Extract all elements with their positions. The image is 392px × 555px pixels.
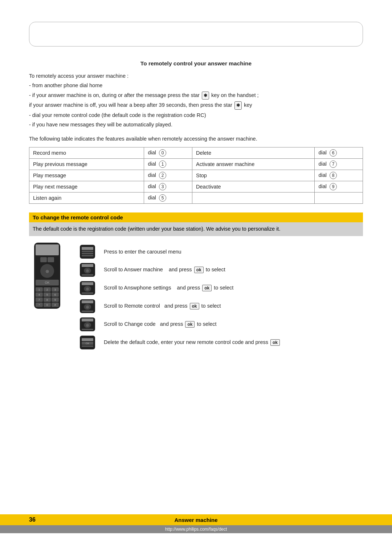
intro-line-5: if your answer machine is off, you will … — [29, 101, 363, 109]
phone-btn-right — [48, 257, 54, 262]
phone-key-3: 3 — [52, 287, 59, 292]
dial-features-table: Record memo dial 0 Delete dial 6 Play pr… — [29, 147, 363, 204]
remote-access-intro: To remotely access your answer machine :… — [29, 72, 363, 129]
intro-line-1: To remotely access your answer machine : — [29, 72, 363, 80]
step-4: ◎ Scroll to Remote control and press ok … — [71, 297, 363, 315]
step-4-icon: ◎ — [71, 299, 104, 313]
step-5-icon: ◎ — [71, 317, 104, 331]
phone-nav-circle: ◎ — [40, 264, 54, 278]
step-5-text: Scroll to Change code and press ok to se… — [104, 321, 363, 328]
star-key-icon: ✱ — [202, 92, 209, 100]
phone-key-6: 6 — [52, 292, 59, 297]
step-2-icon: ◎ — [71, 263, 104, 277]
phone-key-7: 7 — [36, 297, 43, 302]
intro-line-2: - from another phone dial home — [29, 81, 363, 89]
step-3-icon: ◎ — [71, 281, 104, 295]
step-3-text: Scroll to Answphone settings and press o… — [104, 285, 363, 291]
feature-play-msg: Play message — [29, 170, 144, 181]
star-key-icon-2: ✱ — [234, 101, 242, 110]
step-5: ◎ Scroll to Change code and press ok to … — [71, 315, 363, 333]
feature-empty — [192, 193, 315, 204]
step-6-text: Delete the default code, enter your new … — [104, 339, 363, 346]
dial-circle-3: 3 — [159, 183, 166, 190]
step-2: ◎ Scroll to Answer machine and press ok … — [71, 261, 363, 279]
step-1: Press to enter the carousel menu — [71, 243, 363, 261]
dial-circle-6: 6 — [330, 149, 337, 157]
dial-deactivate: dial 9 — [315, 181, 363, 193]
phone-key-9: 9 — [52, 297, 59, 302]
phone-screen — [36, 244, 59, 255]
dial-play-msg: dial 2 — [144, 170, 192, 181]
carousel-menu-icon — [80, 245, 95, 259]
change-code-title: To change the remote control code — [29, 212, 363, 222]
dial-activate: dial 7 — [315, 159, 363, 170]
phone-key-2: 2 — [44, 287, 51, 292]
phone-ok-button: OK — [36, 280, 59, 285]
footer-url-text: http://www.philips.com/faqs/dect — [165, 527, 227, 532]
footer-section-title: Answer machine — [51, 517, 341, 523]
dial-empty — [315, 193, 363, 204]
footer-main-bar: 36 Answer machine — [0, 514, 392, 525]
steps-list: Press to enter the carousel menu ◎ Scrol — [71, 243, 363, 352]
step-3: ◎ Scroll to Answphone settings and press… — [71, 279, 363, 297]
step-1-icon — [71, 245, 104, 259]
dial-listen-again: dial 5 — [144, 193, 192, 204]
feature-listen-again: Listen again — [29, 193, 144, 204]
step-2-text: Scroll to Answer machine and press ok to… — [104, 267, 363, 273]
dial-delete: dial 6 — [315, 147, 363, 159]
feature-delete: Delete — [192, 147, 315, 159]
phone-device: ◎ OK 1 2 3 4 5 6 7 8 9 * 0 # — [34, 243, 60, 309]
page-number: 36 — [29, 516, 51, 523]
phone-top-buttons — [40, 257, 54, 262]
phone-nav-icon-1: ◎ — [80, 263, 95, 277]
top-decorative-box — [29, 22, 363, 46]
ok-button-inline-5: ok — [270, 339, 280, 346]
phone-key-5: 5 — [44, 292, 51, 297]
dial-circle-9: 9 — [330, 183, 337, 190]
steps-area: ◎ OK 1 2 3 4 5 6 7 8 9 * 0 # — [29, 243, 363, 352]
phone-key-4: 4 — [36, 292, 43, 297]
dial-circle-5: 5 — [159, 194, 166, 202]
phone-btn-left — [40, 257, 47, 262]
change-code-description: The default code is the registration cod… — [29, 222, 363, 236]
intro-line-6: - dial your remote control code (the def… — [29, 111, 363, 119]
dial-circle-2: 2 — [159, 172, 166, 179]
table-intro-text: The following table indicates the featur… — [29, 135, 363, 143]
intro-line-7: - if you have new messages they will be … — [29, 121, 363, 129]
phone-ok-icon: OK — [80, 336, 95, 349]
feature-play-next: Play next message — [29, 181, 144, 193]
phone-nav-icon-4: ◎ — [80, 317, 95, 331]
dial-play-prev: dial 1 — [144, 159, 192, 170]
feature-record-memo: Record memo — [29, 147, 144, 159]
table-row: Record memo dial 0 Delete dial 6 — [29, 147, 363, 159]
table-row: Play previous message dial 1 Activate an… — [29, 159, 363, 170]
footer-bar: 36 Answer machine http://www.philips.com… — [0, 514, 392, 533]
step-1-text: Press to enter the carousel menu — [104, 249, 363, 255]
intro-line-3: - if your answer machine is on, during o… — [29, 91, 363, 100]
dial-circle-1: 1 — [159, 161, 166, 168]
phone-nav-icon-2: ◎ — [80, 281, 95, 295]
ok-button-inline-3: ok — [190, 303, 199, 309]
phone-key-hash: # — [52, 303, 59, 307]
step-6-icon: OK — [71, 336, 104, 349]
table-row: Listen again dial 5 — [29, 193, 363, 204]
dial-circle-8: 8 — [330, 172, 337, 179]
table-row: Play next message dial 3 Deactivate dial… — [29, 181, 363, 193]
ok-button-inline-1: ok — [194, 267, 204, 273]
feature-play-prev: Play previous message — [29, 159, 144, 170]
dial-circle-0: 0 — [159, 149, 166, 157]
dial-record-memo: dial 0 — [144, 147, 192, 159]
phone-key-8: 8 — [44, 297, 51, 302]
phone-key-1: 1 — [36, 287, 43, 292]
ok-button-inline-4: ok — [185, 321, 195, 328]
phone-keypad: 1 2 3 4 5 6 7 8 9 * 0 # — [36, 287, 59, 307]
dial-play-next: dial 3 — [144, 181, 192, 193]
footer-url-bar: http://www.philips.com/faqs/dect — [0, 525, 392, 533]
ok-button-inline-2: ok — [202, 285, 212, 291]
step-6: OK Delete the default code, enter your n… — [71, 333, 363, 352]
remote-control-title: To remotely control your answer machine — [29, 60, 363, 67]
phone-key-star: * — [36, 303, 43, 307]
dial-stop: dial 8 — [315, 170, 363, 181]
feature-deactivate: Deactivate — [192, 181, 315, 193]
dial-circle-7: 7 — [330, 161, 337, 168]
